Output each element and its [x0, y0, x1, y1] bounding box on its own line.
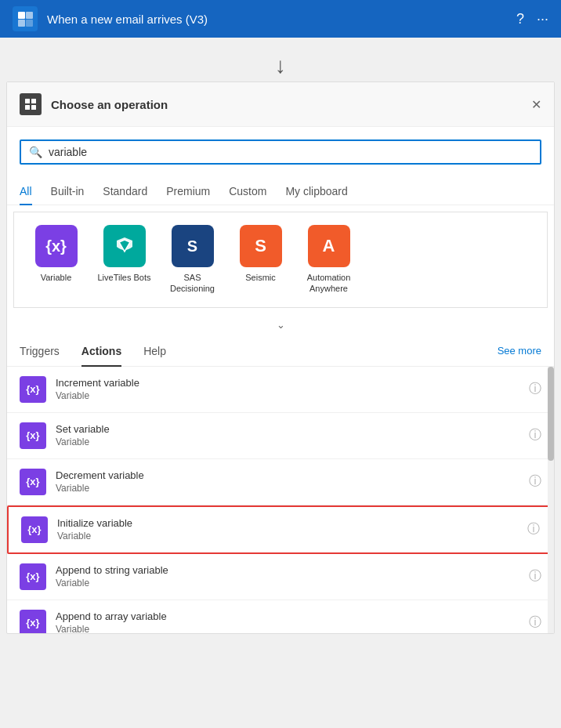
variable-icon: {x} — [35, 225, 78, 267]
action-set-variable[interactable]: {x} Set variable Variable ⓘ — [7, 413, 554, 459]
increment-variable-sub: Variable — [56, 390, 519, 401]
action-append-array-variable[interactable]: {x} Append to array variable Variable ⓘ — [7, 600, 554, 633]
connectors-grid: {x} Variable LiveTiles Bots S SAS Decisi… — [27, 225, 534, 295]
action-decrement-variable[interactable]: {x} Decrement variable Variable ⓘ — [7, 459, 554, 505]
collapse-row[interactable]: ⌄ — [7, 314, 554, 335]
append-string-variable-sub: Variable — [56, 578, 519, 589]
set-variable-sub: Variable — [56, 436, 519, 447]
svg-rect-1 — [26, 12, 33, 19]
svg-rect-0 — [18, 12, 25, 19]
top-bar-actions: ? ··· — [516, 12, 548, 26]
chevron-down-icon: ⌄ — [277, 319, 285, 331]
connector-livetiles[interactable]: LiveTiles Bots — [95, 225, 154, 283]
subtab-help[interactable]: Help — [143, 335, 166, 367]
set-variable-icon: {x} — [20, 422, 46, 449]
append-array-variable-name: Append to array variable — [56, 610, 519, 622]
connector-livetiles-label: LiveTiles Bots — [97, 272, 150, 283]
livetiles-icon — [103, 225, 146, 267]
scrollbar-thumb[interactable] — [548, 367, 554, 461]
sub-tabs-bar: Triggers Actions Help See more — [7, 335, 554, 367]
sas-icon: S — [172, 225, 214, 267]
append-array-variable-info-icon[interactable]: ⓘ — [529, 614, 541, 631]
action-list: {x} Increment variable Variable ⓘ {x} Se… — [7, 367, 554, 633]
search-icon: 🔍 — [29, 146, 42, 158]
append-string-variable-info-icon[interactable]: ⓘ — [529, 568, 541, 585]
operation-panel: Choose an operation ✕ 🔍 All Built-in Sta… — [6, 81, 555, 634]
increment-variable-icon: {x} — [20, 376, 46, 403]
action-append-string-variable[interactable]: {x} Append to string variable Variable ⓘ — [7, 554, 554, 600]
seismic-icon: S — [240, 225, 282, 267]
subtab-actions[interactable]: Actions — [81, 335, 121, 367]
tab-premium[interactable]: Premium — [166, 177, 210, 205]
connector-seismic[interactable]: S Seismic — [231, 225, 290, 283]
scrollbar-track — [548, 367, 554, 633]
down-arrow-icon: ↓ — [275, 53, 286, 78]
panel-header-icon — [20, 93, 42, 115]
connector-sas[interactable]: S SAS Decisioning — [163, 225, 222, 295]
initialize-variable-icon: {x} — [21, 516, 48, 543]
connector-sas-label: SAS Decisioning — [163, 272, 222, 295]
connectors-section: {x} Variable LiveTiles Bots S SAS Decisi… — [13, 212, 548, 308]
increment-variable-text: Increment variable Variable — [56, 377, 519, 401]
action-list-inner: {x} Increment variable Variable ⓘ {x} Se… — [7, 367, 554, 633]
decrement-variable-text: Decrement variable Variable — [56, 469, 519, 494]
increment-variable-info-icon[interactable]: ⓘ — [529, 381, 541, 397]
increment-variable-name: Increment variable — [56, 377, 519, 389]
svg-rect-2 — [18, 20, 25, 27]
svg-rect-3 — [26, 20, 33, 27]
tabs-bar: All Built-in Standard Premium Custom My … — [7, 177, 554, 205]
append-array-variable-sub: Variable — [56, 624, 519, 633]
search-box: 🔍 — [20, 139, 541, 165]
initialize-variable-name: Initialize variable — [57, 517, 518, 529]
decrement-variable-icon: {x} — [20, 469, 46, 495]
connector-variable-label: Variable — [41, 272, 72, 283]
append-array-variable-icon: {x} — [20, 610, 46, 633]
top-bar: When a new email arrives (V3) ? ··· — [0, 0, 561, 38]
decrement-variable-info-icon[interactable]: ⓘ — [529, 473, 541, 490]
more-button[interactable]: ··· — [537, 12, 548, 26]
search-area: 🔍 — [7, 127, 554, 177]
search-input[interactable] — [49, 146, 532, 158]
set-variable-info-icon[interactable]: ⓘ — [529, 427, 541, 444]
svg-rect-6 — [25, 105, 30, 110]
initialize-variable-text: Initialize variable Variable — [57, 517, 518, 541]
append-array-variable-text: Append to array variable Variable — [56, 610, 519, 633]
append-string-variable-icon: {x} — [20, 563, 46, 590]
flow-title: When a new email arrives (V3) — [47, 13, 507, 26]
action-increment-variable[interactable]: {x} Increment variable Variable ⓘ — [7, 367, 554, 413]
close-button[interactable]: ✕ — [531, 97, 541, 112]
automation-icon: A — [308, 225, 350, 267]
initialize-variable-info-icon[interactable]: ⓘ — [527, 521, 540, 538]
connector-automation[interactable]: A Automation Anywhere — [299, 225, 358, 295]
tab-all[interactable]: All — [20, 177, 32, 205]
svg-rect-7 — [31, 105, 36, 110]
tab-standard[interactable]: Standard — [103, 177, 147, 205]
append-string-variable-text: Append to string variable Variable — [56, 564, 519, 589]
connector-variable[interactable]: {x} Variable — [27, 225, 85, 283]
panel-header: Choose an operation ✕ — [7, 82, 554, 127]
decrement-variable-sub: Variable — [56, 483, 519, 494]
panel-title: Choose an operation — [51, 98, 522, 111]
svg-marker-8 — [119, 240, 130, 252]
append-string-variable-name: Append to string variable — [56, 564, 519, 576]
connector-automation-label: Automation Anywhere — [299, 272, 358, 295]
decrement-variable-name: Decrement variable — [56, 469, 519, 481]
svg-rect-5 — [31, 99, 36, 103]
initialize-variable-sub: Variable — [57, 531, 518, 541]
tab-custom[interactable]: Custom — [229, 177, 266, 205]
see-more-link[interactable]: See more — [498, 345, 541, 357]
set-variable-text: Set variable Variable — [56, 423, 519, 447]
app-icon — [13, 6, 38, 31]
tab-clipboard[interactable]: My clipboard — [285, 177, 347, 205]
svg-rect-4 — [25, 99, 30, 103]
subtab-triggers[interactable]: Triggers — [20, 335, 60, 367]
tab-builtin[interactable]: Built-in — [51, 177, 85, 205]
flow-arrow: ↓ — [0, 38, 561, 81]
connector-seismic-label: Seismic — [245, 272, 276, 283]
action-initialize-variable[interactable]: {x} Initialize variable Variable ⓘ — [7, 505, 554, 554]
help-button[interactable]: ? — [516, 12, 524, 26]
set-variable-name: Set variable — [56, 423, 519, 435]
